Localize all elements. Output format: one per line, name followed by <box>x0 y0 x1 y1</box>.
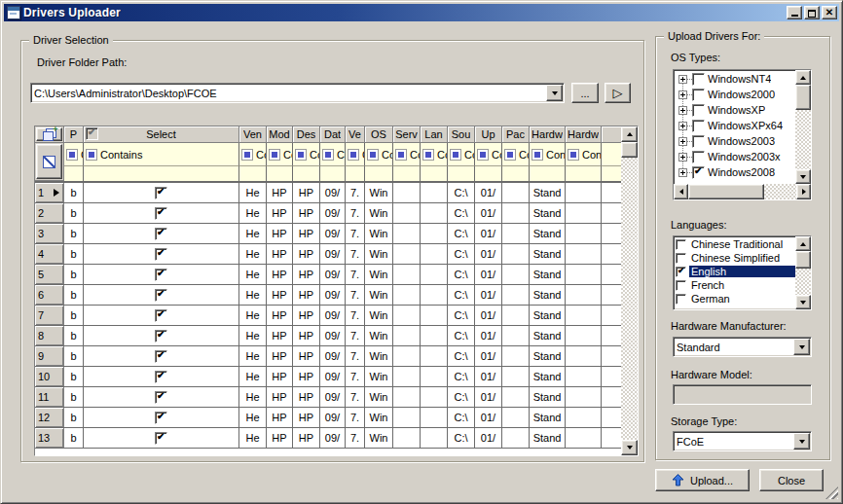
cell-des-4[interactable]: HP <box>293 306 320 325</box>
language-checkbox[interactable] <box>676 239 686 250</box>
cell-p[interactable]: b <box>64 408 84 427</box>
scroll-track[interactable] <box>621 158 638 440</box>
cell-ve-6[interactable]: 7. <box>346 428 365 448</box>
upload-button[interactable]: Upload... <box>655 469 750 491</box>
cell-serv-8[interactable] <box>393 346 421 366</box>
column-header-sou-10[interactable]: Sou <box>448 126 475 143</box>
cell-des-4[interactable]: HP <box>293 346 320 366</box>
cell-ve-6[interactable]: 7. <box>346 387 365 407</box>
cell-dat-5[interactable]: 09/ <box>320 346 346 366</box>
cell-mod-3[interactable]: HP <box>267 387 293 407</box>
cell-up-11[interactable]: 01/ <box>475 428 502 448</box>
cell-mod-3[interactable]: HP <box>267 367 293 386</box>
row-select-checkbox[interactable] <box>155 412 167 424</box>
cell-pac-12[interactable] <box>502 346 530 366</box>
cell-ve-6[interactable]: 7. <box>346 265 365 284</box>
cell-pac-12[interactable] <box>502 306 530 325</box>
row-number-cell[interactable]: 13 <box>35 428 64 448</box>
filter-input-cell-12[interactable] <box>502 166 530 181</box>
hardware-manufacturer-combobox[interactable]: Standard <box>673 337 812 357</box>
cell-sou-10[interactable]: C:\ <box>448 387 475 407</box>
cell-mod-3[interactable]: HP <box>267 224 293 243</box>
filter-cell-hardw-13[interactable]: Contains <box>530 143 566 166</box>
cell-up-11[interactable]: 01/ <box>475 203 502 223</box>
cell-select[interactable] <box>84 265 239 284</box>
filter-cell-select-1[interactable]: Contains <box>84 143 239 166</box>
cell-mod-3[interactable]: HP <box>267 306 293 325</box>
os-type-checkbox[interactable] <box>692 89 705 101</box>
expand-plus-icon[interactable] <box>678 137 687 146</box>
cell-dat-5[interactable]: 09/ <box>320 408 346 427</box>
cell-serv-8[interactable] <box>393 265 421 284</box>
row-select-checkbox[interactable] <box>155 309 167 322</box>
cell-os-7[interactable]: Win <box>365 387 393 407</box>
cell-up-11[interactable]: 01/ <box>475 285 502 305</box>
browse-folder-button[interactable]: ... <box>571 83 599 103</box>
cell-ve-6[interactable]: 7. <box>346 224 365 243</box>
column-header-dat-5[interactable]: Dat <box>320 126 346 143</box>
cell-ve-6[interactable]: 7. <box>346 367 365 386</box>
cell-serv-8[interactable] <box>393 367 421 386</box>
filter-input-cell-4[interactable] <box>293 166 320 181</box>
column-header-des-4[interactable]: Des <box>293 126 320 143</box>
filter-input-cell-1[interactable] <box>84 166 239 181</box>
language-checkbox[interactable] <box>676 280 686 291</box>
filter-input-cell-8[interactable] <box>393 166 421 181</box>
cell-ve-6[interactable]: 7. <box>346 346 365 366</box>
cell-ven-2[interactable]: He <box>239 408 267 427</box>
os-type-checkbox[interactable] <box>692 151 705 163</box>
filter-cell-serv-8[interactable]: Contains <box>393 143 421 166</box>
driver-folder-path-combobox[interactable]: C:\Users\Administrator\Desktop\FCOE <box>30 83 565 103</box>
cell-pac-12[interactable] <box>502 387 530 407</box>
scroll-down-button[interactable] <box>795 295 811 309</box>
cell-hardw-13[interactable]: Stand <box>530 367 566 386</box>
scroll-right-button[interactable] <box>796 184 811 199</box>
scroll-down-button[interactable] <box>621 440 638 455</box>
language-item[interactable]: French <box>674 278 795 292</box>
cell-p[interactable]: b <box>64 306 84 325</box>
cell-ven-2[interactable]: He <box>239 244 267 264</box>
cell-des-4[interactable]: HP <box>293 408 320 427</box>
cell-os-7[interactable]: Win <box>365 244 393 264</box>
scroll-down-button[interactable] <box>795 169 811 184</box>
cell-p[interactable]: b <box>64 285 84 305</box>
cell-lan-9[interactable] <box>421 367 448 386</box>
cell-select[interactable] <box>84 408 239 427</box>
cell-serv-8[interactable] <box>393 183 421 202</box>
cell-up-11[interactable]: 01/ <box>475 346 502 366</box>
os-type-checkbox[interactable] <box>692 104 705 117</box>
scroll-thumb[interactable] <box>795 85 811 110</box>
cell-serv-8[interactable] <box>393 326 421 345</box>
cell-pac-12[interactable] <box>502 326 530 345</box>
cell-hardw-14[interactable] <box>566 346 602 366</box>
tree-item[interactable]: WindowsXPx64 <box>674 118 795 133</box>
cell-mod-3[interactable]: HP <box>267 244 293 264</box>
cell-hardw-14[interactable] <box>566 367 602 386</box>
cell-sou-10[interactable]: C:\ <box>448 244 475 264</box>
cell-hardw-14[interactable] <box>566 387 602 407</box>
cell-lan-9[interactable] <box>421 224 448 243</box>
cell-select[interactable] <box>84 387 239 407</box>
filter-condition-icon[interactable] <box>568 149 579 161</box>
cell-lan-9[interactable] <box>421 428 448 448</box>
cell-mod-3[interactable]: HP <box>267 285 293 305</box>
os-type-checkbox[interactable] <box>692 120 705 132</box>
scroll-left-button[interactable] <box>674 184 688 199</box>
cell-ven-2[interactable]: He <box>239 265 267 284</box>
filter-cell-p-0[interactable]: Contains <box>64 143 84 166</box>
row-number-cell[interactable]: 9 <box>35 346 64 366</box>
cell-os-7[interactable]: Win <box>365 367 393 386</box>
cell-ve-6[interactable]: 7. <box>346 203 365 223</box>
cell-dat-5[interactable]: 09/ <box>320 203 346 223</box>
filter-input-cell-7[interactable] <box>365 166 393 181</box>
row-number-cell[interactable]: 8 <box>35 326 64 345</box>
cell-up-11[interactable]: 01/ <box>475 265 502 284</box>
cell-ve-6[interactable]: 7. <box>346 285 365 305</box>
row-number-cell[interactable]: 7 <box>35 306 64 325</box>
close-button[interactable]: Close <box>759 469 824 491</box>
filter-condition-icon[interactable] <box>504 149 516 161</box>
language-checkbox[interactable] <box>676 253 686 264</box>
cell-lan-9[interactable] <box>421 265 448 284</box>
filter-condition-icon[interactable] <box>66 149 78 161</box>
filter-condition-icon[interactable] <box>295 149 307 161</box>
